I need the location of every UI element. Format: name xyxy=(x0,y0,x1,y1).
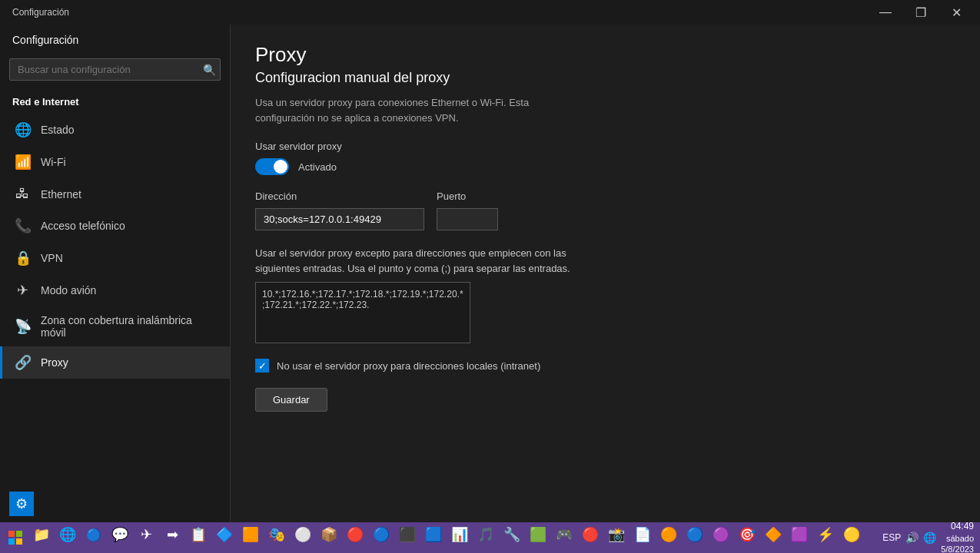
taskbar-icon-circle[interactable]: ⚪ xyxy=(291,522,315,547)
taskbar-icon-g2[interactable]: 🟢 xyxy=(81,548,106,553)
network-icon: 🌐 xyxy=(923,531,936,544)
sidebar-section-label: Red e Internet xyxy=(0,90,230,114)
minimize-button[interactable]: — xyxy=(868,0,903,25)
taskbar-icon-r2[interactable]: 🔴 xyxy=(578,522,603,547)
taskbar-icon-files[interactable]: 📁 xyxy=(29,522,54,547)
svg-rect-0 xyxy=(8,531,15,537)
save-button[interactable]: Guardar xyxy=(255,388,327,412)
wifi-icon: 📶 xyxy=(15,154,30,171)
taskbar-icon-copy[interactable]: 📋 xyxy=(186,522,211,547)
sidebar-item-label-estado: Estado xyxy=(41,124,75,136)
taskbar-icon-b4[interactable]: 🔵 xyxy=(29,548,54,553)
toggle-state-label: Activado xyxy=(298,161,337,173)
taskbar-icon-sq2[interactable]: 🟦 xyxy=(134,548,158,553)
taskbar-icon-or2[interactable]: 🟠 xyxy=(656,522,681,547)
sidebar-item-estado[interactable]: 🌐 Estado xyxy=(0,114,230,146)
taskbar-icon-whatsapp[interactable]: 💬 xyxy=(108,522,132,547)
taskbar-icon-blue[interactable]: 🔷 xyxy=(212,522,237,547)
search-input[interactable] xyxy=(9,58,221,81)
day-display: sábado xyxy=(946,533,974,544)
taskbar-icon-telegram[interactable]: ✈ xyxy=(134,522,158,547)
port-label: Puerto xyxy=(437,190,498,202)
zona-icon: 📡 xyxy=(15,318,30,335)
search-icon-button[interactable]: 🔍 xyxy=(203,64,216,76)
taskbar-icon-box[interactable]: 📦 xyxy=(317,522,341,547)
main-panel: Proxy Configuracion manual del proxy Usa… xyxy=(231,25,980,522)
checkbox-label: No usar el servidor proxy para direccion… xyxy=(277,360,540,372)
sidebar: Configuración 🔍 Red e Internet 🌐 Estado … xyxy=(0,25,231,522)
sidebar-item-label-modo-avion: Modo avión xyxy=(41,284,96,296)
taskbar-icon-s2[interactable]: 🟩 xyxy=(238,548,263,553)
start-button[interactable] xyxy=(3,525,28,550)
estado-icon: 🌐 xyxy=(15,121,30,138)
taskbar-icon-arrow[interactable]: ➡ xyxy=(160,522,184,547)
exceptions-textarea[interactable]: 10.*;172.16.*;172.17.*;172.18.*;172.19.*… xyxy=(255,282,470,343)
taskbar-icon-game[interactable]: 🎮 xyxy=(552,522,576,547)
sidebar-item-label-ethernet: Ethernet xyxy=(41,188,81,200)
sidebar-item-label-acceso: Acceso telefónico xyxy=(41,220,125,232)
address-field-group: Dirección xyxy=(255,190,424,230)
taskbar-icon-browser[interactable]: 🌐 xyxy=(55,522,80,547)
exceptions-label: Usar el servidor proxy excepto para dire… xyxy=(255,246,578,276)
sidebar-item-acceso-telefonico[interactable]: 📞 Acceso telefónico xyxy=(0,210,230,242)
sidebar-item-label-proxy: Proxy xyxy=(41,356,68,369)
taskbar: 📁 🌐 🔵 💬 ✈ ➡ 📋 🔷 🟧 🎭 ⚪ 📦 🔴 🔵 ⬛ 🟦 📊 🎵 🔧 🟩 … xyxy=(0,522,980,553)
taskbar-icon-tool[interactable]: 🔧 xyxy=(500,522,524,547)
restore-button[interactable]: ❐ xyxy=(903,0,938,25)
local-addresses-checkbox[interactable]: ✓ xyxy=(255,359,269,373)
taskbar-icon-pur[interactable]: 🟣 xyxy=(709,522,733,547)
sidebar-app-title: Configuración xyxy=(0,25,230,55)
taskbar-icon-dark[interactable]: ⬛ xyxy=(395,522,420,547)
taskbar-icon-dia[interactable]: 🔶 xyxy=(761,522,786,547)
taskbar-icon-orange[interactable]: 🟧 xyxy=(238,522,263,547)
port-input[interactable] xyxy=(437,208,498,230)
address-label: Dirección xyxy=(255,190,424,202)
settings-gear-icon[interactable]: ⚙ xyxy=(9,492,34,516)
close-button[interactable]: ✕ xyxy=(938,0,974,25)
taskbar-icon-music[interactable]: 🎵 xyxy=(473,522,498,547)
taskbar-icon-mask[interactable]: 🎭 xyxy=(264,522,289,547)
taskbar-icon-pin[interactable]: 📌 xyxy=(55,548,80,553)
taskbar-icon-b2[interactable]: 🔵 xyxy=(369,522,394,547)
sidebar-item-zona-cobertura[interactable]: 📡 Zona con cobertura inalámbrica móvil xyxy=(0,306,230,346)
address-input[interactable] xyxy=(255,208,424,230)
title-bar: Configuración — ❐ ✕ xyxy=(0,0,980,25)
taskbar-icon-d2[interactable]: 📄 xyxy=(212,548,237,553)
sidebar-item-wifi[interactable]: 📶 Wi-Fi xyxy=(0,146,230,178)
proxy-toggle[interactable] xyxy=(255,158,289,175)
taskbar-icon-yel[interactable]: 🟡 xyxy=(839,522,864,547)
taskbar-icon-doc[interactable]: 📄 xyxy=(630,522,655,547)
date-display: 5/8/2023 xyxy=(941,544,974,553)
taskbar-system-area: ESP 🔊 🌐 04:49 sábado 5/8/2023 xyxy=(882,522,977,553)
taskbar-icon-sp[interactable]: SP xyxy=(264,548,289,553)
acceso-telefonico-icon: 📞 xyxy=(15,217,30,234)
sidebar-item-modo-avion[interactable]: ✈ Modo avión xyxy=(0,274,230,306)
taskbar-icon-cam[interactable]: 📸 xyxy=(604,522,629,547)
taskbar-icon-bolt[interactable]: ⚡ xyxy=(813,522,838,547)
proxy-icon: 🔗 xyxy=(15,354,30,371)
ethernet-icon: 🖧 xyxy=(15,186,30,202)
taskbar-icon-edge[interactable]: 🔵 xyxy=(81,522,106,547)
use-proxy-label: Usar servidor proxy xyxy=(255,141,955,152)
taskbar-icon-b3[interactable]: 🔵 xyxy=(683,522,707,547)
sidebar-item-label-vpn: VPN xyxy=(41,252,63,264)
sidebar-item-proxy[interactable]: 🔗 Proxy xyxy=(0,346,230,379)
window-controls: — ❐ ✕ xyxy=(868,0,974,25)
taskbar-icon-red[interactable]: 🔴 xyxy=(343,522,367,547)
taskbar-clock[interactable]: 04:49 sábado 5/8/2023 xyxy=(941,522,977,553)
section-title: Configuracion manual del proxy xyxy=(255,70,955,86)
sidebar-item-ethernet[interactable]: 🖧 Ethernet xyxy=(0,178,230,210)
taskbar-icon-pur2[interactable]: 🟪 xyxy=(787,522,812,547)
time-display: 04:49 xyxy=(951,522,974,533)
taskbar-icon-target[interactable]: 🎯 xyxy=(735,522,759,547)
taskbar-icon-c2[interactable]: 📸 xyxy=(186,548,211,553)
taskbar-icon-chart[interactable]: 📊 xyxy=(447,522,472,547)
sidebar-item-vpn[interactable]: 🔒 VPN xyxy=(0,242,230,274)
toggle-row: Activado xyxy=(255,158,955,175)
taskbar-icon-sq[interactable]: 🟦 xyxy=(421,522,446,547)
search-box: 🔍 xyxy=(9,58,221,81)
taskbar-icon-green[interactable]: 🟩 xyxy=(526,522,550,547)
taskbar-icon-r3[interactable]: 🔴 xyxy=(108,548,132,553)
address-port-row: Dirección Puerto xyxy=(255,190,955,230)
taskbar-icon-search[interactable]: 🔍 xyxy=(160,548,184,553)
